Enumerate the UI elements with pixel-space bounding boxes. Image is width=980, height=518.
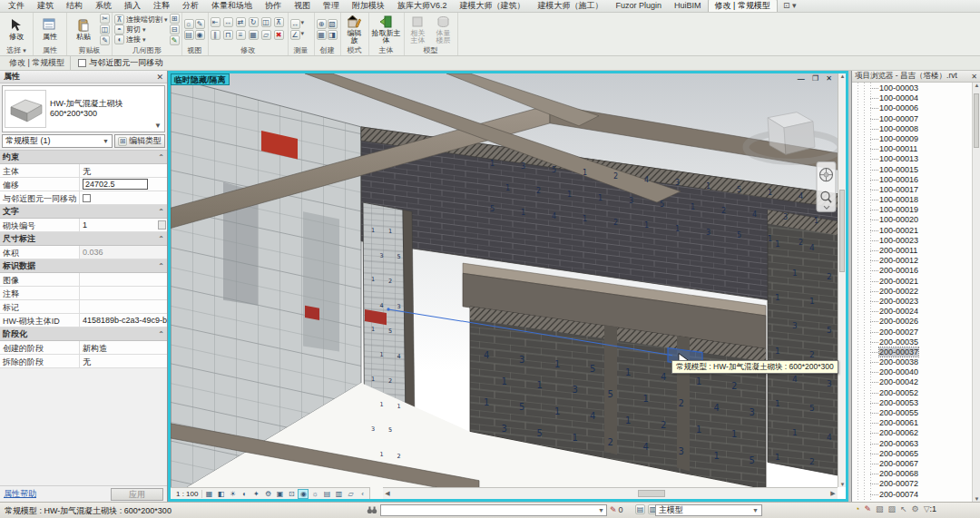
modify-button[interactable]: 修改 <box>2 18 31 41</box>
ribbon-tab[interactable]: 注释 <box>147 0 176 12</box>
browser-item[interactable]: 100-00003 <box>852 83 971 93</box>
browser-item[interactable]: 200-00061 <box>852 418 971 428</box>
ribbon-tab[interactable]: 协作 <box>259 0 288 12</box>
view-window[interactable]: 1351243151412113512431514121135124315141… <box>168 71 848 502</box>
create-assembly-icon[interactable]: ◨ <box>328 30 338 40</box>
ribbon-tab[interactable]: 管理 <box>317 0 346 12</box>
mirror-icon[interactable]: ◫ <box>261 17 271 27</box>
browser-item[interactable]: 200-00062 <box>852 428 971 438</box>
ribbon-tab[interactable]: 结构 <box>60 0 89 12</box>
property-value[interactable] <box>80 191 167 204</box>
browser-item[interactable]: 100-00020 <box>852 215 971 225</box>
type-selector[interactable]: HW-加气混凝土砌块 600*200*300 ▼ <box>2 85 165 132</box>
browser-item[interactable]: 200-00067 <box>852 459 971 469</box>
tab-overflow-icon[interactable]: ⊡ ▾ <box>778 0 802 12</box>
browser-item[interactable]: 200-00016 <box>852 266 971 276</box>
reveal-hidden-elements-icon[interactable]: ☼ <box>309 489 320 499</box>
properties-help-link[interactable]: 属性帮助 <box>4 488 36 500</box>
ribbon-tab-active[interactable]: 修改 | 常规模型 <box>708 0 778 12</box>
pick-new-host-button[interactable]: 拾取新主体 <box>371 15 402 45</box>
browser-item[interactable]: 200-00037 <box>852 347 971 357</box>
wall-joins-icon[interactable]: ⊞ <box>170 14 180 24</box>
properties-title-bar[interactable]: 属性 ✕ <box>0 71 167 83</box>
move-with-nearby-checkbox[interactable] <box>78 59 86 67</box>
lightbulb-icon[interactable]: ☼ <box>184 19 194 29</box>
scroll-left-arrow[interactable]: ◀ <box>383 488 392 499</box>
editing-requests-icon[interactable]: ✎ <box>864 504 871 513</box>
beam-joins-icon[interactable]: ⊟ <box>170 24 180 34</box>
join-geometry-button[interactable]: ◖连接▾ <box>114 34 168 44</box>
chevron-down-icon[interactable]: ▼ <box>154 122 162 130</box>
sun-path-icon[interactable]: ☀ <box>227 489 238 499</box>
temporary-view-properties-icon[interactable]: ▤ <box>321 489 332 499</box>
property-section-header[interactable]: 尺寸标注⌃ <box>0 232 167 246</box>
browser-item[interactable]: 100-00011 <box>852 144 971 154</box>
ribbon-tab[interactable]: 族库大师V6.2 <box>391 0 454 12</box>
editing-requests-indicator[interactable]: ✎0 <box>610 505 623 514</box>
browser-item[interactable]: 100-00009 <box>852 134 971 144</box>
property-value[interactable] <box>80 300 167 313</box>
browser-item[interactable]: 100-00015 <box>852 165 971 175</box>
property-value[interactable] <box>80 273 167 286</box>
paste-button[interactable]: 粘贴 <box>69 18 98 41</box>
browser-item[interactable]: 200-00042 <box>852 377 971 387</box>
panel-caption-clipboard[interactable]: 剪贴板 <box>69 45 110 55</box>
cut-icon[interactable]: ✂ <box>100 14 110 24</box>
browser-item[interactable]: 200-00072 <box>852 479 971 489</box>
show-analytical-model-icon[interactable]: ▥ <box>333 489 344 499</box>
property-section-header[interactable]: 约束⌃ <box>0 151 167 164</box>
create-group-icon[interactable]: ⊕ <box>317 19 327 29</box>
browser-item[interactable]: 100-00017 <box>852 185 971 195</box>
property-value[interactable]: 1 <box>80 219 167 231</box>
ribbon-tab[interactable]: 附加模块 <box>346 0 391 12</box>
ribbon-tab[interactable]: 视图 <box>288 0 317 12</box>
steering-wheel-icon[interactable] <box>820 169 833 181</box>
ribbon-tab[interactable]: 体量和场地 <box>205 0 259 12</box>
copy-icon[interactable]: ◫ <box>100 24 110 34</box>
edit-family-button[interactable]: 编辑族 <box>343 15 367 45</box>
panel-caption-measure[interactable]: 测量 <box>290 45 312 55</box>
browser-scroll-thumb[interactable] <box>974 93 979 148</box>
browser-item[interactable]: 200-00052 <box>852 388 971 398</box>
panel-caption-modify[interactable]: 修改 <box>211 45 286 55</box>
displace-icon[interactable]: ◉ <box>195 30 205 40</box>
vertical-scroll-thumb[interactable] <box>839 190 845 272</box>
project-browser-title-bar[interactable]: 项目浏览器 - 昌吉（塔楼）.rvt ✕ <box>852 71 980 83</box>
view-scale[interactable]: 1 : 100 <box>172 490 202 498</box>
active-option-only-icon[interactable]: ▨ <box>888 504 897 513</box>
trim-icon[interactable]: ⊓ <box>223 30 233 40</box>
property-value[interactable]: 0.036 <box>80 246 167 259</box>
property-checkbox[interactable] <box>83 194 91 202</box>
browser-item[interactable]: 200-00021 <box>852 277 971 287</box>
search-dropdown[interactable]: ▼ <box>380 504 607 516</box>
ribbon-tab[interactable]: 文件 <box>2 0 31 12</box>
collapse-icon[interactable]: ⌃ <box>158 330 164 338</box>
browser-item[interactable]: 200-00068 <box>852 469 971 479</box>
browser-scrollbar[interactable]: ▲ ▼ <box>972 83 980 502</box>
show-crop-region-icon[interactable]: ⊡ <box>286 489 297 499</box>
browser-item[interactable]: 100-00007 <box>852 114 971 124</box>
visual-style-icon[interactable]: ◧ <box>215 489 226 499</box>
collapse-view-bar-icon[interactable]: ‹ <box>357 489 368 499</box>
browser-item[interactable]: 200-00055 <box>852 408 971 418</box>
browser-item[interactable]: 100-00016 <box>852 175 971 185</box>
browser-item[interactable]: 100-00008 <box>852 124 971 134</box>
browser-item[interactable]: 200-00074 <box>852 490 971 500</box>
3d-view-canvas[interactable]: 1351243151412113512431514121135124315141… <box>171 73 846 499</box>
cut-geometry-button[interactable]: ◓剪切▾ <box>114 24 168 34</box>
property-value[interactable]: 新构造 <box>80 341 167 354</box>
property-value[interactable] <box>80 287 167 299</box>
browser-item[interactable]: 200-00012 <box>852 256 971 266</box>
linework-icon[interactable]: ✎ <box>195 19 205 29</box>
collapse-icon[interactable]: ⌃ <box>158 153 164 161</box>
instance-filter-dropdown[interactable]: 常规模型 (1)▼ <box>2 134 113 148</box>
press-drag-select-icon[interactable]: ↖ <box>900 504 907 513</box>
copy-icon[interactable]: ⇄ <box>236 17 246 27</box>
ribbon-tab[interactable]: 建模大师（建筑） <box>454 0 532 12</box>
edit-type-button[interactable]: ⊞ 编辑类型 <box>114 134 165 148</box>
browser-item[interactable]: 200-00035 <box>852 337 971 347</box>
close-icon[interactable]: ✕ <box>156 73 163 82</box>
rotate-icon[interactable]: ↻ <box>249 17 259 27</box>
property-section-header[interactable]: 文字⌃ <box>0 205 167 219</box>
property-value[interactable]: 无 <box>80 355 167 367</box>
